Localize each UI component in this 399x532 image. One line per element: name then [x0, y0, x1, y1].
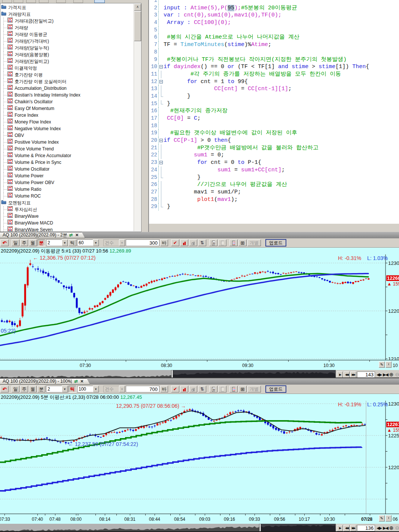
fold-collapse-icon[interactable] [159, 139, 163, 142]
tree-item[interactable]: OBV [0, 132, 134, 139]
fold-gutter[interactable] [158, 137, 164, 144]
code-line[interactable]: 2input : Atime(5),P(95);#5분봉의 20이동평균 [149, 4, 399, 12]
tree-item[interactable]: BinaryWave MACD [0, 220, 134, 226]
code-line[interactable]: 5 [149, 27, 399, 34]
tree-item[interactable]: Chaikin's Oscillator [0, 98, 134, 105]
chart-navigator[interactable]: ▶◀◀▶▶◀▶▶◀⊕⊖ [0, 524, 399, 532]
nav-prev-icon[interactable]: ◀◀ [344, 372, 350, 378]
tree-item[interactable]: Bostian's Intraday Intensity Index [0, 92, 134, 98]
panel-splitter[interactable] [141, 3, 148, 232]
code-line[interactable]: 13 CC[cnt] = CC[cnt-1][1]; [149, 85, 399, 93]
undo-icon[interactable]: ↶ [0, 386, 9, 392]
tree-item[interactable]: 거래대금(전일비교) [0, 18, 134, 24]
tree-item[interactable]: 거래량 이동평균 [0, 31, 134, 38]
fold-collapse-icon[interactable] [159, 80, 163, 83]
bar-unit-button[interactable]: 바 [160, 386, 168, 392]
nav-prev-icon[interactable]: ◀◀ [344, 525, 350, 531]
tree-item[interactable]: 미결제약정 [0, 65, 134, 71]
chevron-down-icon[interactable]: ▼ [62, 386, 68, 392]
code-line[interactable]: 15 } [149, 100, 399, 108]
tick-count-dropdown[interactable]: 100▼ [77, 386, 99, 392]
minute-count-dropdown[interactable]: 2▼ [46, 239, 68, 246]
tree-item[interactable]: Volume Oscillator [0, 166, 134, 172]
nav-next-icon[interactable]: ▶▶ [350, 525, 356, 531]
code-line[interactable]: 10if dayindex() == 0 or (TF < TF[1] and … [149, 63, 399, 71]
formula-editor[interactable]: 12input : Atime(5),P(95);#5분봉의 20이동평균3va… [148, 0, 399, 224]
chart-plot-area[interactable]: 12300122001210012268▲ 155.H: -0.31%L: 1.… [0, 254, 399, 360]
report-icon[interactable] [229, 239, 238, 246]
sort-updown-icon[interactable]: ⇅ [198, 386, 206, 392]
code-line[interactable]: 23 for cnt = 0 to P-1{ [149, 159, 399, 166]
nav-expand-icon[interactable]: ◀▶ [377, 372, 381, 377]
tree-item[interactable]: Money Flow Index [0, 119, 134, 125]
code-line[interactable]: 11 #각 주기의 종가를 저장하는 배열방을 모두 한칸이 이동 [149, 71, 399, 78]
period-button-주[interactable]: 주 [20, 386, 28, 392]
nav-play-icon[interactable]: ▶ [337, 372, 343, 378]
period-button-주[interactable]: 주 [20, 239, 28, 246]
bar-unit-button[interactable]: 바 [160, 239, 168, 246]
nav-collapse-icon[interactable]: ▶◀ [383, 372, 388, 377]
sort-updown-icon[interactable]: ⇅ [198, 239, 206, 246]
pencil-icon[interactable]: ✎ [379, 361, 385, 368]
pencil-icon[interactable]: ✎ [379, 515, 385, 522]
nav-play-icon[interactable]: ▶ [337, 525, 343, 531]
tree-item[interactable]: 거래량(가격대비) [0, 38, 134, 45]
period-button-월[interactable]: 월 [29, 386, 37, 392]
scrollbar-thumb[interactable] [134, 11, 141, 41]
tree-item[interactable]: Positive Volume Index [0, 139, 134, 146]
chart-tab[interactable]: AQ 100 (202209)(2022.09) - 100틱⇄✕ [0, 378, 90, 385]
tree-item[interactable]: Volume & Price in Sync [0, 159, 134, 166]
bar-count-input[interactable] [126, 239, 159, 246]
code-line[interactable]: 19 #필요한 갯수이상 배열변수에 값이 저장된 이후 [149, 129, 399, 137]
undo-icon[interactable]: ↶ [0, 239, 9, 246]
code-line[interactable]: 27 mav1 = sum1/P; [149, 189, 399, 196]
code-line[interactable]: 24 sum1 = sum1+CC[cnt]; [149, 166, 399, 174]
tree-item[interactable]: Volume ROC [0, 193, 134, 199]
nav-next-icon[interactable]: ▶▶ [350, 372, 356, 378]
code-line[interactable]: 6 #봉의 시간을 Atime으로 나누어 나머지값을 계산 [149, 34, 399, 41]
tree-folder[interactable]: 거래량지표 [0, 11, 134, 18]
red-volume-icon[interactable]: ! [180, 239, 188, 246]
code-line[interactable]: 21 #P갯수만큼 배열방에서 값을 불러와 합산하고 [149, 144, 399, 152]
gray-volume-icon[interactable] [189, 386, 197, 392]
close-icon[interactable]: ✕ [75, 233, 79, 238]
table-grid-icon[interactable]: ⊞ [238, 386, 247, 392]
code-line[interactable]: 22 sum1 = 0; [149, 152, 399, 159]
upload-button[interactable]: 업로드 [265, 385, 286, 393]
tick-count-dropdown[interactable]: 60▼ [77, 239, 99, 246]
code-line[interactable]: 18 [149, 122, 399, 130]
tree-item[interactable]: 호가잔량 이평 오실레이터 [0, 78, 134, 85]
code-line[interactable]: 8 [149, 49, 399, 56]
period-button-분[interactable]: 분 [37, 386, 45, 392]
code-line[interactable]: 14 } [149, 93, 399, 100]
code-line[interactable]: 25 } [149, 174, 399, 181]
fold-gutter[interactable] [158, 78, 164, 86]
tree-item[interactable]: 호가잔량 이평 [0, 71, 134, 78]
chevron-down-icon[interactable]: ▼ [93, 386, 99, 392]
red-volume-icon[interactable]: ! [180, 386, 188, 392]
code-line[interactable]: 28 plot1(mav1); [149, 196, 399, 204]
tree-item[interactable]: Price Volume Trend [0, 146, 134, 152]
nav-expand-icon[interactable]: ◀▶ [377, 526, 381, 531]
doc-new-icon[interactable]: D [209, 386, 217, 392]
code-line[interactable]: 9 #첫봉이거나 TF가 직전봉보다 작아지면(지정한 분주기의 첫봉발생) [149, 56, 399, 64]
close-icon[interactable]: ✕ [80, 379, 83, 384]
tree-item[interactable]: Volume Power [0, 172, 134, 179]
code-line[interactable]: 3var : cnt(0),sum1(0),mav1(0),TF(0); [149, 12, 399, 19]
code-line[interactable]: 20if CC[P-1] > 0 then{ [149, 137, 399, 144]
chevron-down-icon[interactable]: ▼ [93, 239, 99, 246]
tree-item[interactable]: Accumulation_Distribution [0, 85, 134, 92]
magnifier-icon[interactable] [386, 361, 392, 368]
zoom-in-icon[interactable]: ⊕ [389, 525, 394, 531]
realtime-toggle-icon[interactable]: ⇄ [74, 379, 77, 384]
tree-item[interactable]: Easy Of Momentum [0, 105, 134, 112]
chart-tab[interactable]: AQ 100 (202209)(2022.09) - 2분⇄✕ [0, 232, 85, 238]
code-line[interactable]: 26 //기간으로 나우어 평균값을 계산 [149, 181, 399, 189]
tree-item[interactable]: 거래량(당일누적) [0, 45, 134, 51]
chart-plot-area[interactable]: 12300122501220012267▲ 155.H: -0.19%L: 0.… [0, 401, 399, 514]
code-line[interactable]: 4 Array : CC[100](0); [149, 19, 399, 27]
zoom-in-icon[interactable]: ⊕ [389, 372, 394, 377]
chevron-down-icon[interactable]: ▼ [62, 239, 68, 246]
code-line[interactable]: 16 #현재주기의 종가저장 [149, 107, 399, 115]
bar-count-input[interactable] [126, 386, 159, 392]
